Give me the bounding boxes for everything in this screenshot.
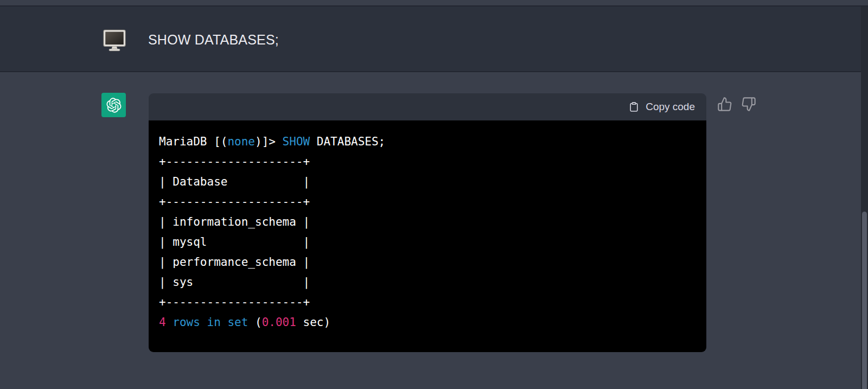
thumbs-up-icon xyxy=(717,97,732,112)
code-line: MariaDB [(none)]> SHOW DATABASES; xyxy=(159,132,695,152)
thumbs-up-button[interactable] xyxy=(717,97,732,112)
scrollbar-thumb[interactable] xyxy=(862,212,867,389)
code-block-body: MariaDB [(none)]> SHOW DATABASES;+------… xyxy=(149,120,706,352)
copy-code-label: Copy code xyxy=(646,101,695,113)
copy-code-button[interactable]: Copy code xyxy=(629,101,695,113)
openai-logo-icon xyxy=(106,98,122,113)
code-block-header: Copy code xyxy=(149,93,706,120)
desktop-computer-emoji-icon xyxy=(101,27,127,53)
code-line: | sys | xyxy=(159,272,695,292)
code-line: +--------------------+ xyxy=(159,192,695,212)
code-line: | information_schema | xyxy=(159,212,695,232)
user-message-row: SHOW DATABASES; xyxy=(0,7,861,72)
code-line: | performance_schema | xyxy=(159,252,695,272)
code-line: +--------------------+ xyxy=(159,152,695,172)
assistant-message-row: Copy code MariaDB [(none)]> SHOW DATABAS… xyxy=(0,72,861,352)
previous-row-edge xyxy=(0,0,868,7)
scrollbar-track[interactable] xyxy=(861,0,868,389)
conversation: SHOW DATABASES; Copy code MariaDB [(none… xyxy=(0,0,861,352)
thumbs-down-button[interactable] xyxy=(741,97,756,112)
clipboard-icon xyxy=(629,101,639,113)
code-line: 4 rows in set (0.001 sec) xyxy=(159,313,695,333)
code-content: MariaDB [(none)]> SHOW DATABASES;+------… xyxy=(159,132,695,333)
code-line: | mysql | xyxy=(159,232,695,252)
code-line: +--------------------+ xyxy=(159,292,695,313)
message-actions xyxy=(717,97,756,112)
code-block: Copy code MariaDB [(none)]> SHOW DATABAS… xyxy=(149,93,706,352)
code-line: | Database | xyxy=(159,172,695,192)
user-avatar xyxy=(101,27,127,53)
user-message-text: SHOW DATABASES; xyxy=(148,31,279,48)
thumbs-down-icon xyxy=(741,97,756,112)
assistant-avatar xyxy=(101,93,126,117)
